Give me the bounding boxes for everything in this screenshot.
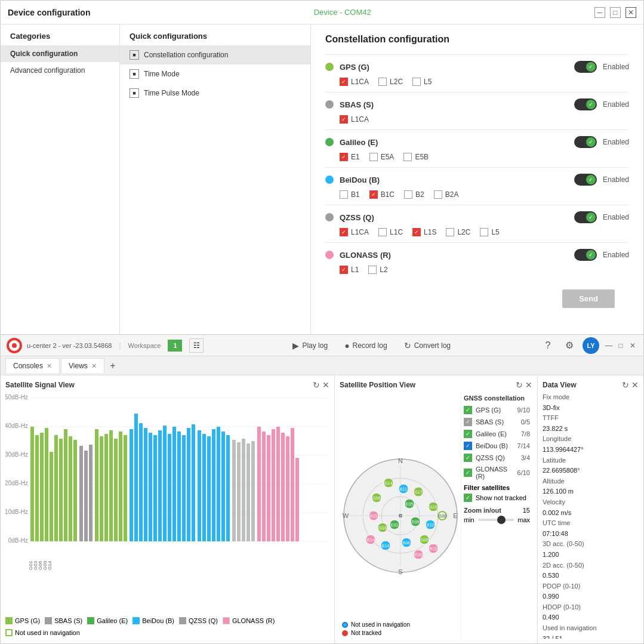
minimize-button[interactable]: ─ bbox=[594, 7, 605, 18]
qzss-l2c-checkbox[interactable] bbox=[446, 228, 454, 236]
settings-button[interactable]: ⚙ bbox=[561, 337, 578, 354]
qzss-l1s-checkbox[interactable] bbox=[412, 228, 421, 236]
config-item-time-mode[interactable]: ■ Time Mode bbox=[120, 64, 310, 84]
position-view-refresh[interactable]: ↻ bbox=[516, 380, 523, 390]
sbas-toggle[interactable] bbox=[574, 98, 597, 110]
glonass-l1-checkbox[interactable] bbox=[340, 266, 348, 274]
tab-consoles[interactable]: Consoles ✕ bbox=[5, 358, 60, 373]
glonass-l2-checkbox[interactable] bbox=[368, 266, 377, 274]
gnss-beidou: BeiDou (B) 7/14 bbox=[464, 440, 530, 452]
beidou-b1-checkbox[interactable] bbox=[340, 190, 348, 199]
tab-consoles-close[interactable]: ✕ bbox=[47, 362, 52, 370]
position-view-body: N E S W G14 G17 G19 bbox=[340, 392, 532, 639]
help-button[interactable]: ? bbox=[540, 337, 556, 354]
app-restore-btn[interactable]: □ bbox=[616, 341, 625, 350]
svg-rect-31 bbox=[124, 435, 127, 541]
gps-toggle[interactable] bbox=[574, 61, 597, 73]
tab-views[interactable]: Views ✕ bbox=[61, 358, 104, 373]
galileo-e5a: E5A bbox=[369, 153, 395, 161]
zoom-thumb[interactable] bbox=[497, 516, 506, 524]
show-not-tracked-checkbox[interactable] bbox=[464, 494, 472, 502]
galileo-signals: E1 E5A E5B bbox=[325, 153, 629, 161]
galileo-e1-checkbox[interactable] bbox=[340, 153, 348, 161]
app-window-controls: — □ ✕ bbox=[604, 341, 637, 350]
signal-view-refresh[interactable]: ↻ bbox=[313, 380, 320, 390]
gnss-gps-checkbox[interactable] bbox=[464, 406, 472, 414]
qzss-l1c-checkbox[interactable] bbox=[378, 228, 387, 236]
record-log-button[interactable]: ● Record log bbox=[341, 338, 391, 353]
svg-rect-21 bbox=[73, 440, 77, 541]
gps-l1ca-checkbox[interactable] bbox=[340, 78, 348, 86]
sbas-row: SBAS (S) Enabled L1CA bbox=[325, 92, 629, 130]
svg-rect-47 bbox=[202, 434, 206, 541]
sbas-name: SBAS (S) bbox=[340, 100, 568, 109]
separator: | bbox=[119, 341, 121, 350]
galileo-e5a-checkbox[interactable] bbox=[369, 153, 378, 161]
app-minimize-btn[interactable]: — bbox=[604, 341, 614, 350]
galileo-toggle[interactable] bbox=[574, 136, 597, 148]
svg-rect-35 bbox=[144, 428, 147, 541]
galileo-e5b-checkbox[interactable] bbox=[403, 153, 412, 161]
gnss-beidou-checkbox[interactable] bbox=[464, 442, 472, 450]
close-button[interactable]: ✕ bbox=[625, 7, 636, 18]
gnss-glonass-checkbox[interactable] bbox=[464, 469, 472, 477]
gnss-sbas-checkbox[interactable] bbox=[464, 418, 472, 426]
gnss-galileo-checkbox[interactable] bbox=[464, 430, 472, 438]
beidou-b2-label: B2 bbox=[415, 190, 424, 199]
legend-qzss: QZSS (Q) bbox=[179, 617, 218, 624]
galileo-row: Galileo (E) Enabled E1 E5A E5B bbox=[325, 130, 629, 167]
beidou-toggle[interactable] bbox=[574, 174, 597, 186]
send-button[interactable]: Send bbox=[562, 289, 615, 308]
svg-rect-60 bbox=[267, 435, 270, 541]
qzss-l1ca-checkbox[interactable] bbox=[340, 228, 348, 236]
beidou-b1c-checkbox[interactable] bbox=[369, 190, 378, 199]
sbas-l1ca-checkbox[interactable] bbox=[340, 115, 348, 124]
user-avatar[interactable]: LY bbox=[583, 337, 599, 354]
velocity-label: Velocity bbox=[543, 497, 639, 508]
svg-text:R14: R14 bbox=[366, 538, 374, 542]
beidou-b2a-checkbox[interactable] bbox=[434, 190, 442, 199]
glonass-toggle[interactable] bbox=[574, 249, 597, 261]
svg-text:E05: E05 bbox=[405, 502, 413, 506]
svg-rect-45 bbox=[192, 424, 195, 541]
category-quick-config[interactable]: Quick configuration bbox=[1, 45, 119, 62]
data-view-panel: Data View ↻ ✕ Fix mode 3D-fix TTFF 23.82… bbox=[538, 375, 643, 643]
beidou-b2-checkbox[interactable] bbox=[404, 190, 412, 199]
workspace-icon-btn[interactable]: ☷ bbox=[189, 338, 204, 353]
svg-rect-20 bbox=[69, 436, 72, 541]
svg-text:R09: R09 bbox=[414, 553, 422, 557]
config-item-constellation[interactable]: ■ Constellation configuration bbox=[120, 45, 310, 64]
tab-views-close[interactable]: ✕ bbox=[91, 362, 97, 370]
add-tab-button[interactable]: + bbox=[106, 359, 120, 373]
convert-log-button[interactable]: ↻ Convert log bbox=[400, 338, 454, 353]
qzss-toggle[interactable] bbox=[574, 211, 597, 223]
zoom-slider[interactable] bbox=[478, 519, 514, 521]
bar-chart-svg: 50dB-Hz 40dB-Hz 30dB-Hz 20dB-Hz 10dB-Hz … bbox=[5, 392, 328, 553]
convert-icon: ↻ bbox=[404, 341, 411, 350]
gnss-beidou-count: 7/14 bbox=[517, 442, 530, 449]
gps-l2c-checkbox[interactable] bbox=[378, 78, 387, 86]
zoom-value: 15 bbox=[523, 507, 530, 514]
qzss-l2c: L2C bbox=[446, 228, 470, 236]
category-advanced-config[interactable]: Advanced configuration bbox=[1, 62, 119, 79]
svg-text:G19: G19 bbox=[429, 505, 437, 509]
signal-view-panel: Satellite Signal View ↻ ✕ 50dB-Hz 40dB-H… bbox=[1, 375, 335, 643]
svg-rect-65 bbox=[291, 428, 294, 541]
data-view-close[interactable]: ✕ bbox=[631, 380, 639, 390]
position-view-close[interactable]: ✕ bbox=[525, 380, 532, 390]
gnss-qzss-checkbox[interactable] bbox=[464, 454, 472, 462]
app-close-btn[interactable]: ✕ bbox=[628, 341, 637, 350]
svg-text:0dB-Hz: 0dB-Hz bbox=[8, 537, 28, 544]
play-log-button[interactable]: ▶ Play log bbox=[289, 338, 331, 353]
qzss-name: QZSS (Q) bbox=[340, 213, 568, 222]
config-item-time-pulse[interactable]: ■ Time Pulse Mode bbox=[120, 84, 310, 103]
workspace-box[interactable]: 1 bbox=[168, 340, 182, 352]
svg-rect-23 bbox=[84, 451, 88, 541]
signal-view-close[interactable]: ✕ bbox=[322, 380, 329, 390]
qzss-l5-checkbox[interactable] bbox=[480, 228, 488, 236]
svg-rect-44 bbox=[187, 428, 190, 541]
maximize-button[interactable]: □ bbox=[610, 7, 621, 18]
gps-l5-checkbox[interactable] bbox=[412, 78, 421, 86]
data-view-refresh[interactable]: ↻ bbox=[622, 380, 629, 390]
hdop-value: 0.490 bbox=[543, 612, 639, 623]
